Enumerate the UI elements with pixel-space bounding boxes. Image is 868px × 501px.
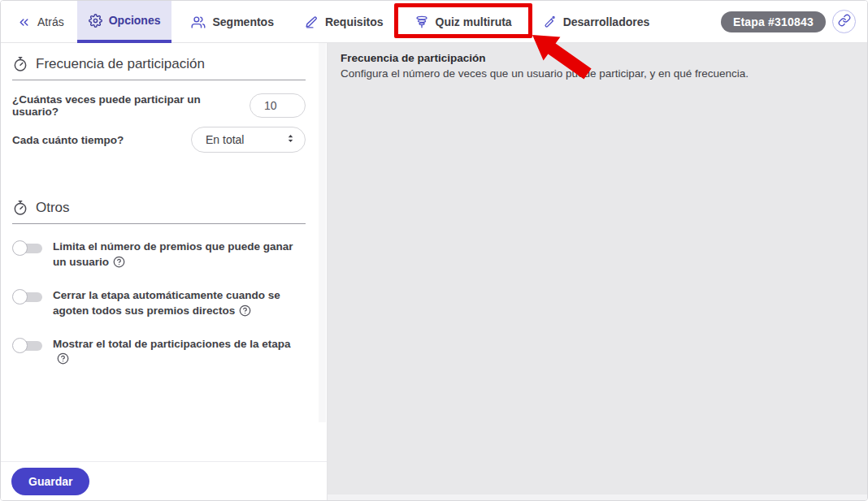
- tab-label: Requisitos: [325, 15, 384, 28]
- help-icon[interactable]: [57, 352, 69, 369]
- section-title: Otros: [36, 200, 70, 216]
- section-divider: [12, 223, 306, 224]
- limit-prizes-toggle[interactable]: [12, 240, 42, 256]
- copy-link-button[interactable]: [832, 10, 856, 33]
- funnel-stack-icon: [414, 15, 429, 29]
- help-panel-body: Configura el número de veces que un usua…: [341, 67, 854, 80]
- frequency-period-select[interactable]: En total: [191, 127, 306, 153]
- section-others-header: Otros: [12, 200, 306, 216]
- options-scroll-area: Frecuencia de participación ¿Cuántas vec…: [1, 43, 327, 461]
- frequency-period-label: Cada cuánto tiempo?: [12, 134, 124, 146]
- frequency-period-row: Cada cuánto tiempo? En total: [12, 127, 306, 153]
- options-panel: Frecuencia de participación ¿Cuántas vec…: [1, 43, 328, 500]
- tab-label: Segmentos: [212, 15, 273, 28]
- tab-opciones[interactable]: Opciones: [77, 1, 172, 43]
- save-button[interactable]: Guardar: [11, 468, 89, 495]
- select-value: En total: [206, 133, 244, 146]
- toggle-label: Mostrar el total de participaciones de l…: [53, 337, 306, 370]
- panel-footer: Guardar: [1, 461, 327, 500]
- stopwatch-icon: [12, 200, 28, 216]
- unfold-arrows-icon: [286, 133, 295, 146]
- link-icon: [838, 14, 851, 29]
- autoclose-stage-toggle[interactable]: [12, 289, 42, 304]
- app-window: Atrás Opciones Segmentos Requisitos Quiz: [0, 0, 868, 501]
- nav-right-group: Etapa #310843: [721, 1, 867, 42]
- top-navigation: Atrás Opciones Segmentos Requisitos Quiz: [1, 1, 867, 43]
- toggle-row-show-participations: Mostrar el total de participaciones de l…: [12, 337, 306, 370]
- main-content: Frecuencia de participación ¿Cuántas vec…: [1, 43, 867, 500]
- toggle-label: Cerrar la etapa automáticamente cuando s…: [53, 288, 306, 322]
- users-icon: [191, 15, 206, 29]
- stage-badge: Etapa #310843: [721, 11, 826, 32]
- tab-label: Desarrolladores: [563, 15, 650, 28]
- help-panel-title: Frecuencia de participación: [341, 52, 854, 64]
- participation-count-row: ¿Cuántas veces puede participar un usuar…: [12, 93, 306, 118]
- stopwatch-icon: [12, 56, 28, 72]
- toggle-row-limit-prizes: Limita el número de premios que puede ga…: [12, 240, 306, 273]
- participation-count-input[interactable]: [250, 93, 306, 118]
- tab-desarrolladores[interactable]: Desarrolladores: [532, 1, 662, 43]
- participation-count-label: ¿Cuántas veces puede participar un usuar…: [12, 93, 250, 118]
- section-divider: [12, 80, 306, 80]
- back-label: Atrás: [37, 15, 64, 28]
- bottom-strip: [328, 495, 867, 500]
- help-icon[interactable]: [239, 304, 251, 322]
- tab-segmentos[interactable]: Segmentos: [180, 1, 284, 43]
- tab-label: Quiz multiruta: [436, 15, 512, 28]
- show-participations-toggle[interactable]: [12, 338, 42, 353]
- tab-requisitos[interactable]: Requisitos: [293, 1, 395, 43]
- gear-icon: [89, 14, 102, 28]
- section-frequency-header: Frecuencia de participación: [12, 56, 306, 72]
- back-button[interactable]: Atrás: [11, 1, 71, 43]
- pen-underline-icon: [305, 15, 319, 29]
- chevrons-left-icon: [17, 15, 31, 29]
- help-panel: Frecuencia de participación Configura el…: [328, 43, 867, 500]
- toggle-row-autoclose-stage: Cerrar la etapa automáticamente cuando s…: [12, 288, 306, 322]
- toggle-label: Limita el número de premios que puede ga…: [53, 240, 306, 273]
- test-tube-icon: [543, 15, 557, 29]
- section-title: Frecuencia de participación: [36, 56, 205, 72]
- vertical-scrollbar[interactable]: [319, 43, 326, 422]
- tab-label: Opciones: [109, 14, 161, 27]
- tab-quiz-multiruta[interactable]: Quiz multiruta: [403, 1, 523, 43]
- help-icon[interactable]: [113, 256, 125, 273]
